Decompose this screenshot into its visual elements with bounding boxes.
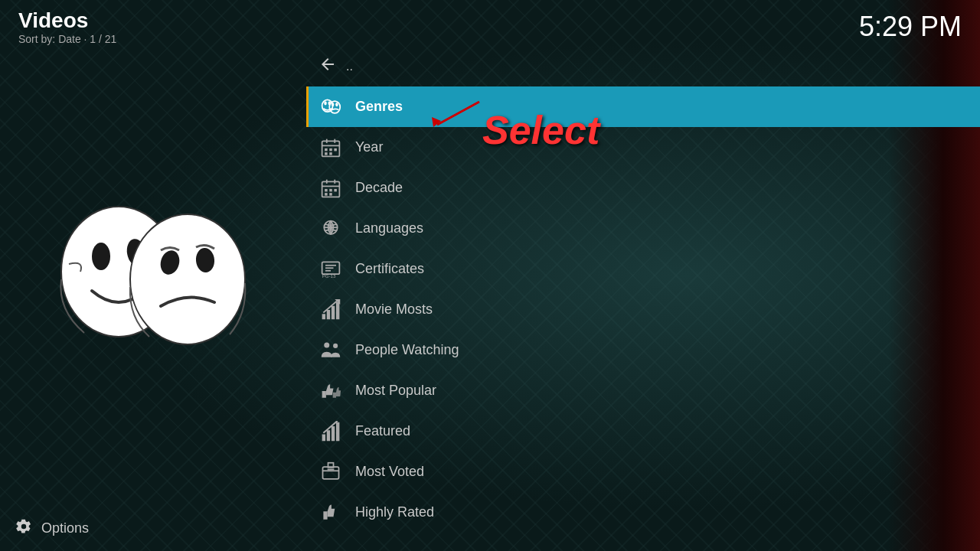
curtain-decoration xyxy=(888,0,980,551)
svg-rect-19 xyxy=(325,152,328,155)
svg-point-10 xyxy=(332,102,335,106)
select-annotation: Select xyxy=(482,107,599,153)
menu-item-certificates[interactable]: PG-13 Certificates xyxy=(306,249,521,289)
svg-rect-25 xyxy=(325,188,328,191)
menu-item-movie-mosts[interactable]: Movie Mosts xyxy=(306,289,521,330)
people-watching-label: People Watching xyxy=(355,342,459,358)
svg-rect-18 xyxy=(334,148,337,151)
svg-rect-20 xyxy=(329,152,332,155)
menu-back-item[interactable]: .. xyxy=(306,46,521,86)
most-voted-icon xyxy=(318,460,343,484)
arrow-annotation xyxy=(426,98,487,129)
options-bar[interactable]: Options xyxy=(0,505,104,551)
people-watching-icon xyxy=(318,338,343,363)
back-label: .. xyxy=(346,60,353,73)
most-popular-label: Most Popular xyxy=(355,383,436,399)
theater-masks-icon xyxy=(46,195,260,364)
sort-subtitle: Sort by: Date · 1 / 21 xyxy=(18,33,116,45)
menu-item-genres[interactable]: Genres xyxy=(306,86,980,127)
svg-rect-48 xyxy=(332,426,335,441)
languages-label: Languages xyxy=(355,220,423,236)
clock: 5:29 PM xyxy=(859,11,962,43)
svg-text:PG-13: PG-13 xyxy=(322,272,336,278)
svg-point-44 xyxy=(324,342,329,347)
movie-mosts-icon xyxy=(318,298,343,322)
menu-item-most-voted[interactable]: Most Voted xyxy=(306,452,521,492)
svg-point-7 xyxy=(324,101,327,105)
certificates-icon: PG-13 xyxy=(318,257,343,282)
svg-rect-46 xyxy=(322,434,325,441)
back-arrow-icon xyxy=(318,55,337,77)
svg-rect-49 xyxy=(336,422,339,441)
genres-label: Genres xyxy=(355,99,403,115)
svg-rect-27 xyxy=(334,188,337,191)
highly-rated-icon xyxy=(318,500,343,525)
svg-rect-26 xyxy=(329,188,332,191)
svg-point-9 xyxy=(329,101,340,113)
options-gear-icon xyxy=(15,518,32,539)
featured-icon xyxy=(318,419,343,444)
most-popular-icon xyxy=(318,379,343,403)
menu-item-most-popular[interactable]: Most Popular xyxy=(306,370,521,411)
svg-rect-17 xyxy=(329,148,332,151)
svg-point-3 xyxy=(130,214,245,344)
menu-item-people-watching[interactable]: People Watching xyxy=(306,330,521,370)
highly-rated-label: Highly Rated xyxy=(355,504,434,520)
title-block: Videos Sort by: Date · 1 / 21 xyxy=(18,8,116,45)
svg-point-11 xyxy=(335,102,338,106)
menu-item-decade[interactable]: Decade xyxy=(306,168,521,208)
svg-rect-47 xyxy=(327,430,330,441)
svg-rect-28 xyxy=(325,193,328,196)
movie-mosts-label: Movie Mosts xyxy=(355,302,433,318)
svg-rect-42 xyxy=(336,302,339,319)
page-title: Videos xyxy=(18,8,116,33)
svg-marker-56 xyxy=(432,117,441,127)
menu-item-highly-rated[interactable]: Highly Rated xyxy=(306,492,521,533)
decade-icon xyxy=(318,176,343,201)
svg-rect-29 xyxy=(329,193,332,196)
languages-icon xyxy=(318,217,343,241)
decade-label: Decade xyxy=(355,180,403,196)
options-label: Options xyxy=(41,520,89,536)
year-label: Year xyxy=(355,139,383,155)
svg-line-55 xyxy=(437,102,479,125)
svg-rect-40 xyxy=(327,310,330,319)
menu-item-languages[interactable]: Languages xyxy=(306,208,521,249)
svg-rect-39 xyxy=(322,314,325,319)
menu-item-featured[interactable]: Featured xyxy=(306,411,521,452)
year-icon xyxy=(318,135,343,160)
svg-rect-41 xyxy=(332,305,335,319)
most-voted-label: Most Voted xyxy=(355,464,424,480)
mask-decoration xyxy=(0,54,306,505)
featured-label: Featured xyxy=(355,423,410,439)
svg-rect-16 xyxy=(325,148,328,151)
certificates-label: Certificates xyxy=(355,261,424,277)
svg-rect-54 xyxy=(328,468,335,470)
svg-point-1 xyxy=(92,243,110,270)
genres-icon xyxy=(318,95,343,119)
svg-rect-50 xyxy=(323,467,339,479)
svg-point-45 xyxy=(333,343,338,347)
